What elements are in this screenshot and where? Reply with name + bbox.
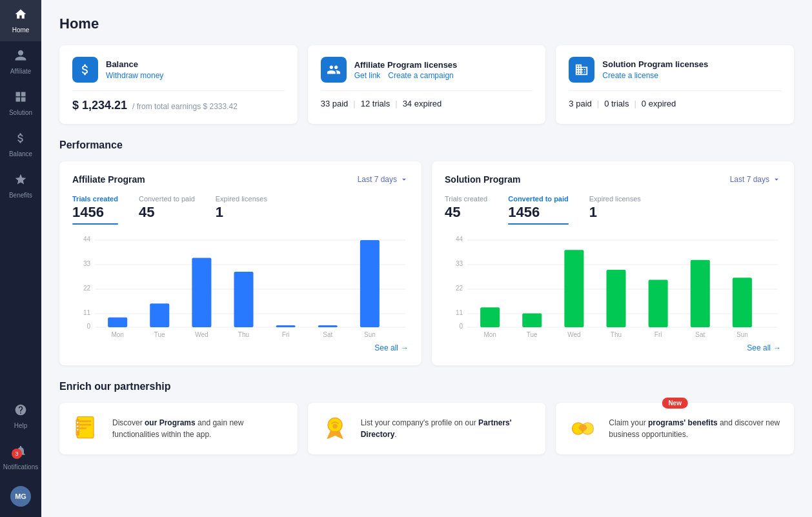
affiliate-period-selector[interactable]: Last 7 days <box>358 175 409 184</box>
affiliate-metric-expired[interactable]: Expired licenses 1 <box>216 195 267 225</box>
svg-point-55 <box>77 429 79 431</box>
enrich-title: Enrich our partnership <box>59 381 794 392</box>
sidebar-label-affiliate: Affiliate <box>10 68 32 75</box>
directory-icon <box>320 413 350 444</box>
performance-row: Affiliate Program Last 7 days Trials cre… <box>59 161 794 365</box>
solution-metric-converted[interactable]: Converted to paid 1456 <box>508 195 569 225</box>
sidebar-item-affiliate[interactable]: Affiliate <box>0 41 41 83</box>
svg-text:22: 22 <box>83 285 91 292</box>
svg-rect-36 <box>564 250 584 327</box>
svg-rect-35 <box>522 314 542 328</box>
sidebar-item-help[interactable]: Help <box>3 396 38 437</box>
sidebar-item-home[interactable]: Home <box>0 0 41 41</box>
svg-rect-39 <box>691 260 710 327</box>
affiliate-chart-svg: 44 33 22 11 0 <box>72 235 409 338</box>
benefits-card-icon <box>567 413 598 444</box>
bell-icon: 3 <box>14 445 27 461</box>
svg-text:Sun: Sun <box>736 331 748 338</box>
create-campaign-link[interactable]: Create a campaign <box>388 71 453 80</box>
solution-chart: 44 33 22 11 0 <box>445 235 781 338</box>
performance-title: Performance <box>59 139 794 151</box>
create-license-link[interactable]: Create a license <box>602 71 658 80</box>
svg-text:Fri: Fri <box>655 331 662 338</box>
affiliate-expired-value: 1 <box>216 204 267 221</box>
svg-text:Sun: Sun <box>364 331 376 338</box>
solution-licenses-header: Solution Program licenses Create a licen… <box>569 57 781 91</box>
affiliate-expired: 34 expired <box>403 99 442 108</box>
svg-text:11: 11 <box>456 309 463 316</box>
enrich-text-directory: List your company's profile on our Partn… <box>361 417 534 440</box>
withdraw-link[interactable]: Withdraw money <box>106 71 163 80</box>
solution-metric-trials[interactable]: Trials created 45 <box>445 195 487 225</box>
enrich-cards: Discover our Programs and gain new funct… <box>59 403 794 454</box>
svg-rect-14 <box>276 325 296 327</box>
sidebar-label-benefits: Benefits <box>9 192 32 199</box>
svg-text:Fri: Fri <box>282 331 290 338</box>
solution-paid: 3 paid <box>569 99 591 108</box>
solution-metric-expired[interactable]: Expired licenses 1 <box>589 195 641 225</box>
svg-text:22: 22 <box>456 285 463 292</box>
balance-amount: $ 1,234.21 <box>72 99 127 112</box>
svg-text:44: 44 <box>83 236 91 243</box>
affiliate-period-label: Last 7 days <box>358 175 397 184</box>
affiliate-chart: 44 33 22 11 0 <box>72 235 409 338</box>
svg-text:Sat: Sat <box>695 331 705 338</box>
help-icon <box>14 403 27 420</box>
sidebar-label-balance: Balance <box>9 150 32 157</box>
solution-expired: 0 expired <box>642 99 676 108</box>
balance-card-icon <box>72 57 98 83</box>
solution-converted-label: Converted to paid <box>508 195 569 203</box>
affiliate-licenses-info: Affiliate Program licenses Get link Crea… <box>354 60 458 80</box>
solution-period-selector[interactable]: Last 7 days <box>730 175 781 184</box>
svg-rect-34 <box>480 307 500 327</box>
affiliate-expired-label: Expired licenses <box>216 195 267 203</box>
svg-rect-10 <box>108 318 127 327</box>
solution-licenses-card: Solution Program licenses Create a licen… <box>556 45 794 124</box>
get-link[interactable]: Get link <box>354 71 381 80</box>
solution-perf-header: Solution Program Last 7 days <box>445 174 781 185</box>
balance-card: Balance Withdraw money $ 1,234.21 / from… <box>59 45 298 124</box>
svg-text:33: 33 <box>456 260 463 267</box>
solution-licenses-icon <box>569 57 594 83</box>
balance-icon <box>14 132 27 148</box>
svg-text:Thu: Thu <box>611 331 622 338</box>
svg-rect-38 <box>649 279 668 327</box>
affiliate-see-all[interactable]: See all → <box>72 343 409 352</box>
new-badge-container: New <box>662 396 688 408</box>
affiliate-licenses-icon <box>321 57 347 83</box>
svg-text:0: 0 <box>86 323 90 330</box>
enrich-card-programs: Discover our Programs and gain new funct… <box>59 403 298 454</box>
sidebar-item-notifications[interactable]: 3 Notifications <box>3 437 38 478</box>
sidebar-label-home: Home <box>12 26 30 34</box>
svg-rect-51 <box>79 427 86 429</box>
svg-point-54 <box>77 425 79 427</box>
sidebar: Home Affiliate Solution Balance Benefits… <box>0 0 41 517</box>
sidebar-item-balance[interactable]: Balance <box>0 124 41 165</box>
enrich-card-directory: List your company's profile on our Partn… <box>308 403 546 454</box>
affiliate-trials: 12 trials <box>361 99 391 108</box>
svg-rect-13 <box>234 272 253 327</box>
balance-card-info: Balance Withdraw money <box>106 59 163 81</box>
sidebar-item-avatar[interactable]: MG <box>3 478 38 517</box>
balance-sub: / from total earnings $ 2333.42 <box>132 102 238 111</box>
svg-rect-16 <box>360 240 380 327</box>
affiliate-metric-converted[interactable]: Converted to paid 45 <box>139 195 195 225</box>
solution-metrics: Trials created 45 Converted to paid 1456… <box>445 195 781 225</box>
svg-point-53 <box>77 421 79 423</box>
sidebar-item-solution[interactable]: Solution <box>0 83 41 124</box>
affiliate-metric-trials[interactable]: Trials created 1456 <box>72 195 118 225</box>
affiliate-trials-value: 1456 <box>72 204 118 221</box>
solution-icon <box>14 90 27 106</box>
balance-card-body: $ 1,234.21 / from total earnings $ 2333.… <box>72 99 285 112</box>
svg-rect-49 <box>79 420 91 422</box>
solution-see-all[interactable]: See all → <box>445 343 781 352</box>
sidebar-item-benefits[interactable]: Benefits <box>0 165 41 207</box>
svg-text:Tue: Tue <box>154 331 165 338</box>
svg-rect-37 <box>606 270 625 327</box>
enrich-card-benefits-wrapper: New Claim your programs' benefits and di… <box>556 403 794 454</box>
solution-trials-value: 45 <box>445 204 487 221</box>
svg-text:11: 11 <box>83 309 91 316</box>
affiliate-converted-label: Converted to paid <box>139 195 195 203</box>
solution-chart-svg: 44 33 22 11 0 <box>445 235 781 338</box>
solution-perf-title: Solution Program <box>445 174 520 185</box>
